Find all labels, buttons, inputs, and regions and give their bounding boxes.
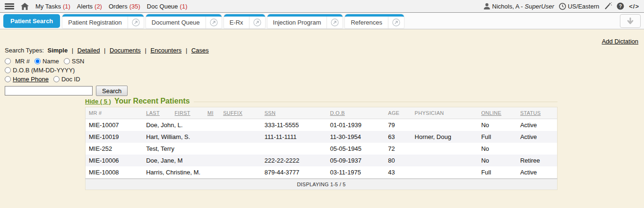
wand-icon[interactable]: [604, 2, 612, 10]
cell-ssn: 333-11-5555: [261, 119, 327, 131]
cell-mr: MIE-10007: [86, 119, 143, 131]
cell-physician: [412, 119, 478, 131]
nav-count: (35): [129, 3, 140, 10]
tab-document-queue[interactable]: Document Queue: [146, 14, 222, 28]
col-dob[interactable]: D.O.B: [327, 107, 385, 119]
menu-icon[interactable]: [5, 2, 14, 10]
cell-status: Active: [517, 131, 558, 143]
col-last[interactable]: LAST: [143, 107, 171, 119]
cell-mr: MIE-252: [86, 143, 143, 155]
patient-row[interactable]: MIE-10007 Doe, John, L. 333-11-5555 01-0…: [86, 119, 558, 131]
radio-name-label: Name: [43, 58, 59, 65]
timezone-label: US/Eastern: [568, 3, 599, 10]
nav-doc-queue[interactable]: Doc Queue (1): [147, 3, 188, 10]
radio-doc-id: Doc ID: [53, 76, 80, 83]
col-ssn[interactable]: SSN: [261, 107, 327, 119]
radio-ssn-input[interactable]: [64, 58, 70, 64]
cell-mr: MIE-10008: [86, 166, 143, 179]
cell-age: 79: [385, 119, 411, 131]
radio-row-2: D.O.B (MM-DD-YYYY): [5, 66, 209, 74]
nav-orders[interactable]: Orders (35): [109, 3, 140, 10]
cell-ssn: [261, 143, 327, 155]
patient-row[interactable]: MIE-10008 Harris, Christine, M. 879-44-3…: [86, 166, 558, 179]
col-suffix[interactable]: SUFFIX: [220, 107, 261, 119]
patient-row[interactable]: MIE-252 Test, Terry 05-05-1945 72 No: [86, 143, 558, 155]
cell-dob: 05-09-1937: [327, 155, 385, 166]
radio-row-1: MR # Name SSN: [5, 57, 209, 65]
radio-ssn: SSN: [64, 58, 85, 65]
popout-icon[interactable]: [206, 17, 222, 28]
search-type-cases[interactable]: Cases: [191, 47, 209, 54]
separator: |: [104, 47, 105, 54]
radio-name-input[interactable]: [34, 58, 41, 64]
popout-icon[interactable]: [128, 17, 144, 28]
recent-patients-panel: Hide ( 5 ) Your Recent Patients MR # LAS…: [85, 97, 558, 190]
help-icon[interactable]: ?: [617, 2, 624, 10]
tab-injection-program[interactable]: Injection Program: [267, 14, 343, 28]
user-icon: [483, 3, 490, 10]
radio-doc-id-label: Doc ID: [61, 76, 80, 83]
cell-status: Retiree: [517, 155, 558, 166]
patient-row[interactable]: MIE-10006 Doe, Jane, M 222-22-2222 05-09…: [86, 155, 558, 166]
down-arrow-icon: [627, 17, 634, 25]
home-icon[interactable]: [21, 3, 29, 10]
radio-home-phone-input[interactable]: [5, 76, 11, 82]
cell-physician: Horner, Doug: [412, 131, 478, 143]
col-physician: PHYSICIAN: [412, 107, 478, 119]
radio-dob-input[interactable]: [5, 67, 11, 73]
nav-my-tasks[interactable]: My Tasks (1): [35, 3, 70, 10]
user-menu[interactable]: Nichols, A - SuperUser: [483, 3, 554, 10]
col-mi[interactable]: MI: [204, 107, 220, 119]
cell-age: 63: [385, 131, 411, 143]
cell-name: Doe, Jane, M: [143, 155, 261, 166]
code-icon[interactable]: </>: [629, 3, 639, 10]
popout-icon[interactable]: [326, 17, 343, 28]
search-button[interactable]: Search: [96, 86, 128, 96]
cell-dob: 11-30-1954: [327, 131, 385, 143]
popout-icon[interactable]: [249, 17, 265, 28]
tab-references[interactable]: References: [345, 14, 404, 28]
cell-ssn: 879-44-3777: [261, 166, 327, 179]
recent-patients-table: MR # LAST FIRST MI SUFFIX SSN D.O.B AGE …: [85, 107, 558, 190]
tab-label: Injection Program: [267, 17, 327, 28]
popout-icon[interactable]: [388, 17, 404, 28]
tab-patient-search[interactable]: Patient Search: [3, 14, 60, 28]
user-name: Nichols, A -: [492, 3, 523, 10]
nav-count: (1): [180, 3, 188, 10]
col-online[interactable]: ONLINE: [478, 107, 516, 119]
svg-text:?: ?: [619, 4, 622, 9]
tab-label: Patient Registration: [62, 17, 127, 28]
tab-label: Document Queue: [146, 17, 206, 28]
recent-patients-title: Your Recent Patients: [114, 97, 190, 105]
collapse-tabs-button[interactable]: [620, 14, 641, 28]
tab-e-rx[interactable]: E-Rx: [224, 14, 265, 28]
col-first[interactable]: FIRST: [172, 107, 204, 119]
col-mr: MR #: [86, 107, 143, 119]
search-input[interactable]: [5, 86, 93, 95]
search-type-detailed[interactable]: Detailed: [77, 47, 100, 54]
col-status[interactable]: STATUS: [517, 107, 558, 119]
cell-online: Full: [478, 166, 516, 179]
nav-label: Alerts: [77, 3, 93, 10]
add-dictation-link[interactable]: Add Dictation: [602, 38, 638, 45]
radio-dob: D.O.B (MM-DD-YYYY): [5, 67, 75, 74]
radio-row-3: Home Phone Doc ID: [5, 75, 209, 83]
radio-doc-id-input[interactable]: [53, 76, 60, 82]
patient-row[interactable]: MIE-10019 Hart, William, S. 111-11-1111 …: [86, 131, 558, 143]
clock-icon: [559, 3, 566, 10]
cell-age: 43: [385, 166, 411, 179]
search-type-documents[interactable]: Documents: [110, 47, 141, 54]
cell-name: Test, Terry: [143, 143, 261, 155]
tab-patient-registration[interactable]: Patient Registration: [62, 14, 143, 28]
cell-age: 80: [385, 155, 411, 166]
search-type-encounters[interactable]: Encounters: [151, 47, 182, 54]
cell-dob: 03-11-1975: [327, 166, 385, 179]
timezone-menu[interactable]: US/Eastern: [559, 3, 599, 10]
radio-mr-input[interactable]: [5, 58, 11, 64]
displaying-count: DISPLAYING 1-5 / 5: [86, 179, 558, 190]
cell-dob: 01-01-1939: [327, 119, 385, 131]
nav-alerts[interactable]: Alerts (2): [77, 3, 102, 10]
header-rule: [194, 102, 558, 102]
hide-recent-link[interactable]: Hide ( 5 ): [85, 98, 111, 105]
cell-status: [517, 143, 558, 155]
